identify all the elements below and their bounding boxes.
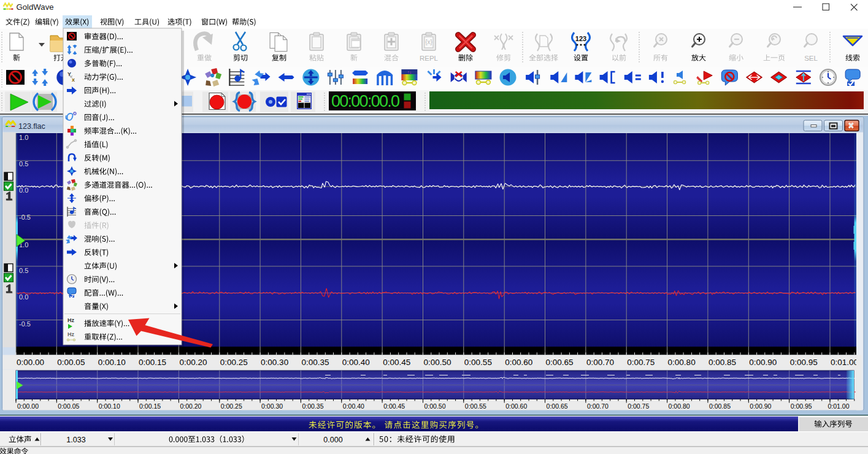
- svg-text:0:00.80: 0:00.80: [669, 402, 690, 410]
- svg-text:0:00.00: 0:00.00: [17, 358, 44, 367]
- svg-text:0:00.05: 0:00.05: [58, 402, 79, 410]
- svg-text:0:00.45: 0:00.45: [383, 402, 405, 410]
- svg-text:0:00.75: 0:00.75: [628, 402, 649, 410]
- svg-text:0:00.60: 0:00.60: [505, 358, 532, 367]
- svg-text:0:00.55: 0:00.55: [464, 358, 492, 367]
- svg-text:Hz: Hz: [67, 331, 74, 337]
- svg-text:0:00.00: 0:00.00: [17, 402, 39, 410]
- svg-text:0:00.70: 0:00.70: [586, 358, 614, 367]
- svg-text:0:00.50: 0:00.50: [424, 358, 451, 367]
- svg-text:0:00.20: 0:00.20: [180, 402, 201, 410]
- svg-text:0:00.35: 0:00.35: [302, 402, 323, 410]
- svg-text:0.0: 0.0: [19, 293, 28, 301]
- svg-text:0:00.15: 0:00.15: [139, 402, 161, 410]
- svg-text:123.flac: 123.flac: [18, 122, 45, 131]
- svg-text:0:00.95: 0:00.95: [791, 402, 812, 410]
- svg-text:0.0: 0.0: [19, 187, 28, 194]
- svg-text:0:01.00: 0:01.00: [828, 402, 850, 410]
- svg-text:0:00.25: 0:00.25: [221, 402, 242, 410]
- svg-text:GoldWave: GoldWave: [17, 2, 54, 12]
- svg-text:00:00:00.0: 00:00:00.0: [331, 92, 400, 110]
- svg-text:0:00.65: 0:00.65: [546, 358, 574, 367]
- svg-text:Hz: Hz: [67, 317, 74, 323]
- svg-text:0.5: 0.5: [19, 267, 28, 274]
- svg-text:0:00.15: 0:00.15: [139, 358, 166, 367]
- svg-text:1.0: 1.0: [19, 134, 28, 141]
- svg-text:0:00.30: 0:00.30: [261, 402, 283, 410]
- svg-text:0:00.90: 0:00.90: [749, 358, 777, 367]
- svg-text:SEL: SEL: [804, 55, 818, 62]
- svg-text:0.000: 0.000: [323, 436, 342, 444]
- svg-text:0:00.50: 0:00.50: [424, 402, 446, 410]
- svg-text:0.5: 0.5: [19, 160, 28, 167]
- svg-text:0:00.40: 0:00.40: [343, 402, 364, 410]
- svg-text:0:00.70: 0:00.70: [587, 402, 609, 410]
- svg-text:0:00.65: 0:00.65: [547, 402, 568, 410]
- svg-text:REPL: REPL: [420, 55, 439, 62]
- svg-text:0:00.05: 0:00.05: [57, 358, 85, 367]
- svg-text:0:00.80: 0:00.80: [668, 358, 696, 367]
- svg-text:↑↓: ↑↓: [407, 70, 412, 74]
- svg-text:0:00.55: 0:00.55: [465, 402, 486, 410]
- svg-text:0:00.60: 0:00.60: [505, 402, 527, 410]
- svg-text:0:00.35: 0:00.35: [301, 358, 329, 367]
- svg-text:0:00.10: 0:00.10: [99, 402, 120, 410]
- svg-text:1.033: 1.033: [66, 436, 85, 444]
- svg-text:0:00.45: 0:00.45: [383, 358, 410, 367]
- svg-text:0:00.10: 0:00.10: [98, 358, 126, 367]
- svg-text:0:00.20: 0:00.20: [179, 358, 207, 367]
- svg-text:0:00.95: 0:00.95: [790, 358, 818, 367]
- svg-text:{x}: {x}: [425, 39, 432, 45]
- svg-text:0:00.90: 0:00.90: [750, 402, 771, 410]
- svg-text:0:00.40: 0:00.40: [342, 358, 370, 367]
- svg-text:-0.5: -0.5: [19, 214, 31, 221]
- svg-text:0:01.00: 0:01.00: [831, 358, 858, 367]
- svg-text:0:00.85: 0:00.85: [709, 402, 731, 410]
- svg-text:0:00.30: 0:00.30: [261, 358, 288, 367]
- svg-text:123: 123: [575, 35, 586, 42]
- svg-text:-0.5: -0.5: [19, 320, 31, 328]
- svg-text:0:00.85: 0:00.85: [709, 358, 736, 367]
- svg-text:0:00.75: 0:00.75: [627, 358, 655, 367]
- svg-text:0:00.25: 0:00.25: [220, 358, 248, 367]
